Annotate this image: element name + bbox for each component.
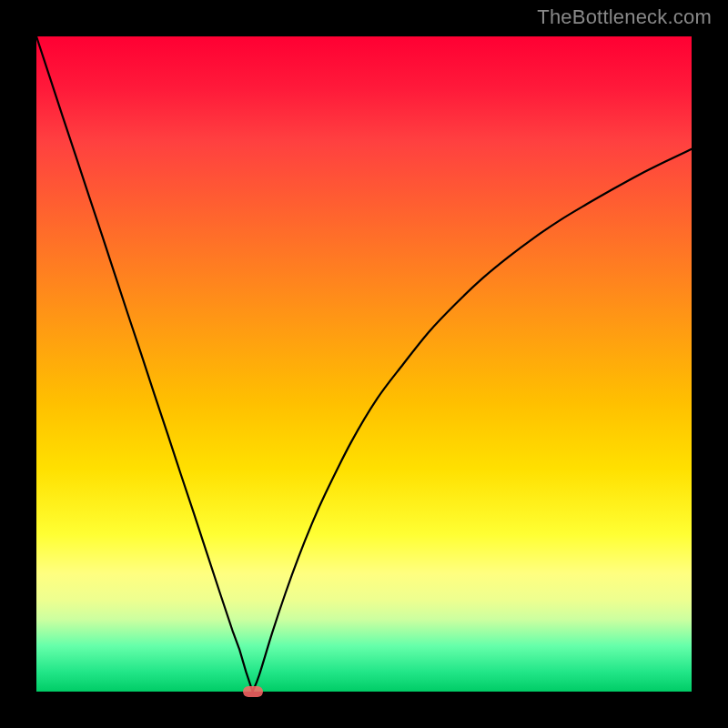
watermark-text: TheBottleneck.com xyxy=(537,5,712,29)
bottleneck-curve xyxy=(36,36,692,692)
chart-stage: TheBottleneck.com xyxy=(0,0,728,728)
minimum-marker xyxy=(243,686,263,697)
plot-area xyxy=(36,36,692,692)
